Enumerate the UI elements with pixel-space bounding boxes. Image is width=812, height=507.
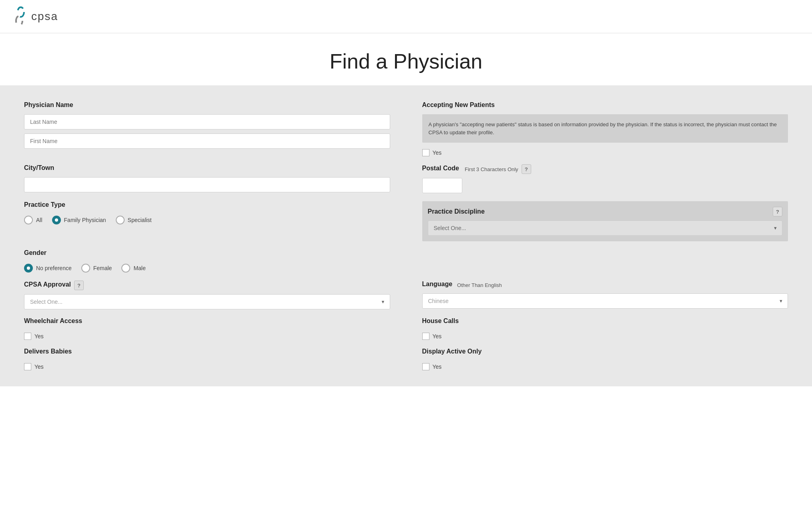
gender-male-option[interactable]: Male: [121, 264, 145, 273]
gender-male-radio[interactable]: [121, 264, 130, 273]
practice-type-specialist-radio[interactable]: [116, 216, 125, 224]
accepting-yes-row: Yes: [422, 149, 788, 156]
accepting-yes-label: Yes: [433, 149, 442, 156]
language-select-wrapper: Chinese French Spanish Punjabi Other: [422, 293, 788, 309]
city-town-input[interactable]: [24, 177, 390, 192]
house-calls-yes-row: Yes: [422, 333, 788, 340]
form-grid-row4: Gender No preference Female Male: [24, 249, 788, 273]
postal-code-sublabel: First 3 Characters Only: [465, 166, 518, 172]
cpsa-approval-label-row: CPSA Approval ?: [24, 281, 390, 290]
gender-female-radio[interactable]: [81, 264, 90, 273]
practice-discipline-select[interactable]: Select One...: [428, 220, 783, 236]
last-name-input[interactable]: [24, 114, 390, 129]
practice-discipline-header: Practice Discipline ?: [428, 207, 783, 216]
page-title: Find a Physician: [8, 49, 804, 73]
practice-type-section: Practice Type All Family Physician Speci…: [24, 201, 390, 241]
display-active-only-checkbox[interactable]: [422, 363, 429, 370]
wheelchair-access-checkbox[interactable]: [24, 333, 31, 340]
wheelchair-access-yes-label: Yes: [34, 333, 44, 339]
display-active-only-label: Display Active Only: [422, 348, 788, 355]
language-label-row: Language Other Than English: [422, 281, 788, 289]
form-grid-row3: Practice Type All Family Physician Speci…: [24, 201, 788, 241]
practice-type-specialist-option[interactable]: Specialist: [116, 216, 152, 224]
house-calls-label: House Calls: [422, 317, 788, 325]
cpsa-approval-select[interactable]: Select One...: [24, 294, 390, 309]
house-calls-yes-label: Yes: [433, 333, 442, 339]
delivers-babies-checkbox[interactable]: [24, 363, 31, 370]
practice-type-family-radio[interactable]: [52, 216, 61, 224]
logo: cpsa: [12, 6, 58, 26]
physician-name-label: Physician Name: [24, 101, 390, 109]
row4-right-empty: [422, 249, 788, 273]
form-grid-row6: Wheelchair Access Yes House Calls Yes: [24, 317, 788, 340]
accepting-yes-checkbox[interactable]: [422, 149, 429, 156]
form-grid-row2: City/Town Postal Code First 3 Characters…: [24, 164, 788, 193]
accepting-new-patients-label: Accepting New Patients: [422, 101, 788, 109]
gender-no-preference-label: No preference: [36, 265, 72, 271]
practice-type-label: Practice Type: [24, 201, 390, 208]
gender-female-option[interactable]: Female: [81, 264, 112, 273]
language-select[interactable]: Chinese French Spanish Punjabi Other: [422, 293, 788, 309]
house-calls-checkbox[interactable]: [422, 333, 429, 340]
practice-type-specialist-label: Specialist: [128, 217, 152, 223]
city-town-label: City/Town: [24, 164, 390, 172]
postal-code-help-icon[interactable]: ?: [522, 164, 531, 174]
gender-no-preference-radio[interactable]: [24, 264, 33, 273]
gender-section: Gender No preference Female Male: [24, 249, 390, 273]
practice-discipline-select-wrapper: Select One...: [428, 220, 783, 236]
language-sublabel: Other Than English: [457, 282, 502, 288]
language-section: Language Other Than English Chinese Fren…: [422, 281, 788, 309]
practice-type-all-radio[interactable]: [24, 216, 33, 224]
practice-discipline-label: Practice Discipline: [428, 208, 485, 215]
delivers-babies-label: Delivers Babies: [24, 348, 390, 355]
wheelchair-access-yes-row: Yes: [24, 333, 390, 340]
accepting-new-patients-section: Accepting New Patients A physician's "ac…: [422, 101, 788, 156]
cpsa-logo-icon: [12, 6, 28, 26]
practice-discipline-section: Practice Discipline ? Select One...: [422, 201, 788, 241]
city-town-section: City/Town: [24, 164, 390, 193]
gender-no-preference-option[interactable]: No preference: [24, 264, 72, 273]
form-grid-row5: CPSA Approval ? Select One... Language O…: [24, 281, 788, 309]
logo-text: cpsa: [31, 10, 58, 23]
cpsa-approval-select-wrapper: Select One...: [24, 294, 390, 309]
postal-code-input[interactable]: [422, 178, 462, 193]
display-active-only-yes-row: Yes: [422, 363, 788, 370]
cpsa-approval-label: CPSA Approval: [24, 281, 71, 288]
postal-code-label: Postal Code: [422, 165, 459, 172]
delivers-babies-yes-row: Yes: [24, 363, 390, 370]
postal-code-section: Postal Code First 3 Characters Only ?: [422, 164, 788, 193]
svg-point-0: [18, 7, 24, 17]
page-title-section: Find a Physician: [0, 33, 812, 85]
gender-female-label: Female: [93, 265, 112, 271]
delivers-babies-section: Delivers Babies Yes: [24, 348, 390, 370]
physician-name-section: Physician Name: [24, 101, 390, 156]
practice-type-all-option[interactable]: All: [24, 216, 42, 224]
practice-type-radio-group: All Family Physician Specialist: [24, 216, 390, 224]
practice-type-family-label: Family Physician: [64, 217, 106, 223]
gender-male-label: Male: [133, 265, 145, 271]
header: cpsa: [0, 0, 812, 33]
practice-type-family-option[interactable]: Family Physician: [52, 216, 106, 224]
practice-discipline-box: Practice Discipline ? Select One...: [422, 201, 788, 241]
house-calls-section: House Calls Yes: [422, 317, 788, 340]
cpsa-approval-section: CPSA Approval ? Select One...: [24, 281, 390, 309]
first-name-input[interactable]: [24, 133, 390, 149]
cpsa-approval-help-icon[interactable]: ?: [74, 281, 84, 290]
form-grid-row7: Delivers Babies Yes Display Active Only …: [24, 348, 788, 370]
gender-label: Gender: [24, 249, 390, 257]
form-grid-row1: Physician Name Accepting New Patients A …: [24, 101, 788, 156]
delivers-babies-yes-label: Yes: [34, 364, 44, 370]
display-active-only-section: Display Active Only Yes: [422, 348, 788, 370]
wheelchair-access-label: Wheelchair Access: [24, 317, 390, 325]
display-active-only-yes-label: Yes: [433, 364, 442, 370]
practice-type-all-label: All: [36, 217, 42, 223]
language-label: Language: [422, 281, 453, 288]
gender-radio-group: No preference Female Male: [24, 264, 390, 273]
wheelchair-access-section: Wheelchair Access Yes: [24, 317, 390, 340]
accepting-new-patients-info: A physician's "accepting new patients" s…: [422, 114, 788, 143]
postal-code-label-row: Postal Code First 3 Characters Only ?: [422, 164, 788, 174]
practice-discipline-help-icon[interactable]: ?: [773, 207, 782, 216]
main-content: Physician Name Accepting New Patients A …: [0, 85, 812, 386]
